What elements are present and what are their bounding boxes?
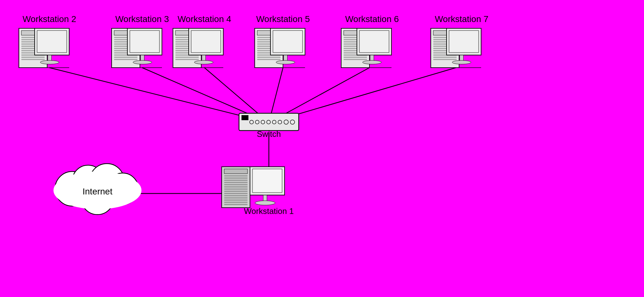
svg-rect-57 [175,59,199,60]
svg-rect-93 [344,59,367,60]
svg-rect-113 [449,31,479,53]
svg-rect-111 [433,59,457,60]
svg-rect-139 [224,197,247,199]
svg-rect-0 [0,0,644,297]
workstation6-label: Workstation 6 [345,14,399,24]
svg-rect-137 [224,193,247,194]
svg-rect-95 [359,31,389,53]
workstation3-label: Workstation 3 [115,14,169,24]
svg-rect-118 [242,115,248,120]
svg-rect-131 [224,180,247,181]
svg-rect-92 [344,57,367,58]
svg-rect-130 [224,177,247,179]
svg-rect-38 [114,57,137,58]
svg-rect-39 [114,59,137,60]
workstation4-label: Workstation 4 [178,14,231,24]
svg-rect-140 [224,199,247,201]
workstation2-label: Workstation 2 [23,14,76,24]
svg-rect-134 [224,186,247,188]
svg-rect-77 [273,31,303,53]
svg-rect-129 [224,175,247,177]
svg-rect-144 [253,169,282,193]
svg-point-97 [363,60,381,64]
svg-point-115 [452,60,471,64]
svg-rect-21 [21,59,45,60]
svg-rect-132 [224,182,247,183]
svg-rect-41 [130,31,159,53]
svg-point-43 [133,60,152,64]
svg-rect-56 [175,57,199,58]
svg-rect-142 [224,204,247,205]
svg-rect-135 [224,188,247,190]
svg-rect-75 [257,59,280,60]
svg-point-79 [276,60,295,64]
svg-rect-141 [224,202,247,203]
workstation1-label: Workstation 1 [244,206,294,216]
internet-label: Internet [83,187,113,196]
svg-point-25 [40,60,59,64]
svg-rect-138 [224,195,247,196]
switch-label: Switch [257,129,281,139]
svg-rect-133 [224,184,247,185]
svg-rect-23 [37,31,67,53]
svg-rect-128 [224,169,247,174]
workstation7-label: Workstation 7 [435,14,489,24]
svg-rect-20 [21,57,45,58]
svg-rect-59 [191,31,221,53]
svg-point-146 [255,201,275,205]
svg-rect-110 [433,57,457,58]
network-diagram: Switch Workstation 1 Internet Workstatio… [0,0,644,297]
svg-rect-74 [257,57,280,58]
svg-rect-136 [224,191,247,192]
workstation5-label: Workstation 5 [256,14,310,24]
svg-point-61 [194,60,213,64]
